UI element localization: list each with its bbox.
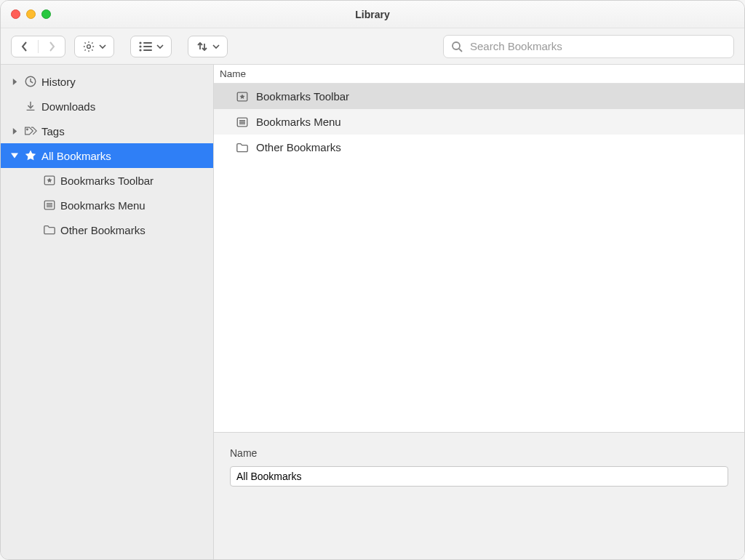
sidebar-item-other-bookmarks[interactable]: Other Bookmarks: [1, 217, 213, 242]
toolbar: [1, 28, 744, 65]
nav-back-forward: [11, 36, 65, 57]
list-row-bookmarks-menu[interactable]: Bookmarks Menu: [214, 109, 744, 135]
list-row-bookmarks-toolbar[interactable]: Bookmarks Toolbar: [214, 84, 744, 109]
svg-point-0: [87, 44, 91, 48]
window-title: Library: [1, 9, 744, 20]
gear-icon: [82, 40, 95, 53]
list-row-other-bookmarks[interactable]: Other Bookmarks: [214, 135, 744, 160]
svg-point-1: [139, 41, 141, 44]
folder-icon: [236, 141, 249, 154]
sidebar-item-bookmarks-toolbar[interactable]: Bookmarks Toolbar: [1, 168, 213, 193]
search-input[interactable]: [469, 39, 726, 53]
chevron-right-icon: [12, 128, 18, 135]
chevron-down-icon: [11, 153, 18, 159]
list-row-label: Bookmarks Toolbar: [256, 90, 349, 103]
svg-point-7: [453, 42, 460, 49]
details-name-input[interactable]: [230, 466, 728, 487]
download-icon: [24, 100, 37, 113]
svg-marker-13: [11, 153, 18, 159]
sidebar-item-history[interactable]: History: [1, 69, 213, 94]
sidebar-item-label: Downloads: [41, 100, 95, 113]
toolbar-folder-icon: [236, 90, 249, 103]
details-name-label: Name: [230, 447, 728, 459]
sidebar: History Downloads Tags: [1, 65, 214, 559]
svg-rect-6: [143, 49, 152, 51]
sidebar-item-label: Tags: [41, 125, 65, 137]
sidebar-item-tags[interactable]: Tags: [1, 119, 213, 143]
chevron-right-icon: [47, 41, 56, 52]
sidebar-item-label: Bookmarks Menu: [60, 199, 146, 212]
svg-marker-9: [12, 79, 16, 85]
disclosure-triangle[interactable]: [9, 126, 20, 136]
history-icon: [24, 75, 37, 88]
bookmarks-list: Bookmarks Toolbar Bookmarks Menu Other B…: [214, 84, 744, 432]
svg-point-5: [139, 49, 141, 51]
folder-icon: [43, 223, 56, 236]
toolbar-folder-icon: [43, 174, 56, 187]
svg-point-3: [139, 45, 141, 47]
details-pane: Name: [214, 432, 744, 559]
forward-button[interactable]: [39, 36, 65, 57]
list-row-label: Other Bookmarks: [256, 141, 341, 153]
menu-folder-icon: [43, 199, 56, 212]
titlebar: Library: [1, 1, 744, 28]
chevron-down-icon: [212, 43, 220, 50]
chevron-down-icon: [156, 43, 164, 50]
close-window-button[interactable]: [11, 9, 20, 19]
menu-folder-icon: [236, 116, 249, 129]
svg-point-12: [27, 129, 28, 130]
list-row-label: Bookmarks Menu: [256, 116, 341, 128]
svg-rect-4: [143, 46, 152, 47]
svg-line-8: [459, 49, 462, 52]
import-export-icon: [196, 40, 209, 53]
search-field[interactable]: [443, 35, 734, 58]
disclosure-triangle[interactable]: [9, 151, 20, 161]
import-export-button[interactable]: [188, 36, 228, 57]
chevron-right-icon: [12, 79, 18, 85]
sidebar-item-bookmarks-menu[interactable]: Bookmarks Menu: [1, 193, 213, 217]
sidebar-item-label: History: [41, 76, 76, 88]
column-header-label: Name: [220, 68, 246, 79]
main-content: Name Bookmarks Toolbar Bookmarks Menu: [214, 65, 744, 559]
chevron-down-icon: [99, 43, 106, 50]
organize-button[interactable]: [74, 36, 114, 57]
sidebar-item-downloads[interactable]: Downloads: [1, 94, 213, 119]
disclosure-triangle[interactable]: [9, 76, 20, 87]
library-window: Library: [0, 0, 745, 560]
chevron-left-icon: [20, 41, 29, 52]
body-split: History Downloads Tags: [1, 65, 744, 559]
sidebar-item-label: Bookmarks Toolbar: [60, 175, 154, 187]
svg-rect-2: [143, 42, 152, 44]
minimize-window-button[interactable]: [26, 9, 36, 19]
zoom-window-button[interactable]: [41, 9, 51, 19]
star-icon: [24, 149, 37, 162]
tag-icon: [24, 124, 37, 137]
sidebar-item-all-bookmarks[interactable]: All Bookmarks: [1, 143, 213, 168]
sidebar-item-label: All Bookmarks: [41, 150, 111, 162]
views-button[interactable]: [130, 36, 172, 57]
column-header-name[interactable]: Name: [214, 65, 744, 84]
search-icon: [451, 41, 463, 52]
window-controls: [11, 9, 51, 19]
svg-marker-11: [12, 128, 16, 135]
back-button[interactable]: [12, 36, 38, 57]
sidebar-item-label: Other Bookmarks: [60, 224, 146, 236]
list-view-icon: [138, 41, 153, 52]
